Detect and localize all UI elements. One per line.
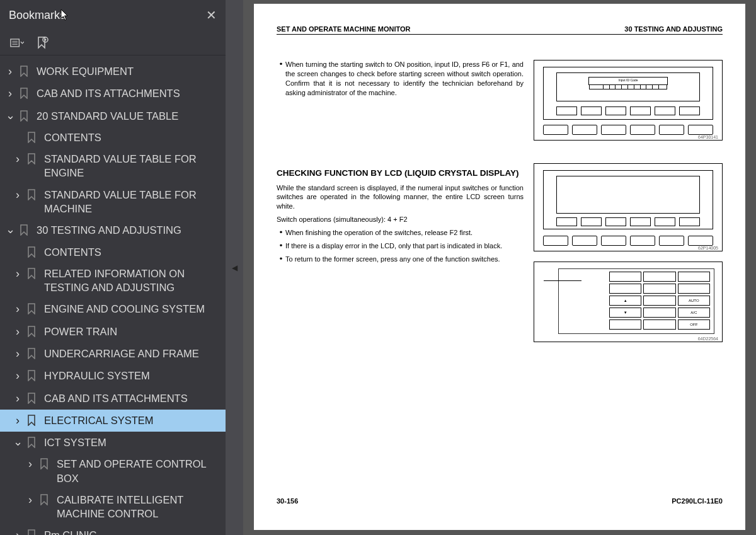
bookmark-icon [26, 529, 38, 535]
bookmark-item[interactable]: ⌄ICT SYSTEM [0, 432, 226, 453]
sidebar-splitter[interactable]: ◀ [226, 0, 243, 535]
close-icon[interactable]: ✕ [206, 8, 217, 23]
bookmark-item[interactable]: ›ENGINE AND COOLING SYSTEM [0, 298, 226, 320]
figure-1: Input ID Code 64P30141 [534, 60, 723, 141]
bookmark-icon [19, 88, 30, 99]
bookmark-item[interactable]: ›Pm CLINIC [0, 524, 226, 535]
bookmark-icon [26, 246, 38, 258]
bookmark-label: CONTENTS [44, 245, 220, 259]
section-heading: CHECKING FUNCTION BY LCD (LIQUID CRYSTAL… [277, 168, 524, 179]
bookmark-item[interactable]: ›STANDARD VALUE TABLE FOR ENGINE [0, 148, 226, 184]
chevron-right-icon[interactable]: › [25, 492, 35, 507]
bookmark-icon [26, 415, 38, 426]
bookmark-label: STANDARD VALUE TABLE FOR ENGINE [44, 152, 220, 180]
chevron-right-icon[interactable]: › [13, 266, 23, 281]
bullet-text: When turning the starting switch to ON p… [285, 60, 524, 97]
bookmark-item[interactable]: ›POWER TRAIN [0, 321, 226, 343]
document-viewport[interactable]: SET AND OPERATE MACHINE MONITOR 30 TESTI… [243, 0, 756, 535]
bookmark-item[interactable]: ›CAB AND ITS ATTACHMENTS [0, 388, 226, 410]
bookmark-icon [26, 393, 38, 404]
bookmark-label: ENGINE AND COOLING SYSTEM [44, 302, 220, 316]
bookmark-current-icon[interactable] [35, 36, 49, 50]
bookmarks-list[interactable]: ›WORK EQUIPMENT›CAB AND ITS ATTACHMENTS⌄… [0, 55, 226, 535]
bookmark-label: CAB AND ITS ATTACHMENTS [37, 86, 220, 100]
chevron-right-icon[interactable]: › [13, 301, 23, 316]
chevron-right-icon[interactable]: › [13, 368, 23, 383]
bookmark-label: SET AND OPERATE CONTROL BOX [57, 457, 220, 485]
bookmark-item[interactable]: ›CAB AND ITS ATTACHMENTS [0, 83, 226, 105]
panel-toolbar [0, 30, 226, 55]
bookmark-icon [26, 189, 38, 200]
pdf-page: SET AND OPERATE MACHINE MONITOR 30 TESTI… [254, 4, 745, 530]
paragraph: Switch operations (simultaneously): 4 + … [277, 215, 524, 224]
panel-title: Bookmarks [9, 9, 66, 22]
bookmark-label: Pm CLINIC [44, 528, 220, 535]
footer-right: PC290LCI-11E0 [672, 497, 723, 505]
page-header: SET AND OPERATE MACHINE MONITOR 30 TESTI… [277, 25, 723, 35]
chevron-down-icon[interactable]: ⌄ [5, 108, 15, 123]
bullet-text: If there is a display error in the LCD, … [285, 241, 524, 251]
chevron-down-icon[interactable]: ⌄ [5, 222, 15, 237]
collapse-icon[interactable]: ◀ [232, 263, 238, 272]
bookmark-label: ICT SYSTEM [44, 435, 220, 449]
text-column: •When turning the starting switch to ON … [277, 60, 524, 352]
bookmark-item[interactable]: ›UNDERCARRIAGE AND FRAME [0, 343, 226, 365]
bookmark-item[interactable]: ›CALIBRATE INTELLIGENT MACHINE CONTROL [0, 489, 226, 525]
svg-point-5 [45, 38, 47, 40]
bookmark-icon [26, 370, 38, 381]
footer-left: 30-156 [277, 497, 298, 505]
options-icon[interactable] [10, 36, 24, 50]
chevron-right-icon[interactable]: › [13, 527, 23, 535]
bookmark-icon [26, 268, 38, 279]
bookmark-label: CAB AND ITS ATTACHMENTS [44, 391, 220, 405]
chevron-right-icon[interactable]: › [13, 151, 23, 166]
bookmark-icon [26, 326, 38, 337]
chevron-right-icon[interactable]: › [5, 86, 15, 101]
figure-label: 62P14005 [698, 246, 718, 250]
bookmark-label: CONTENTS [44, 130, 220, 144]
bookmark-icon [39, 458, 50, 469]
bookmark-item[interactable]: ›RELATED INFORMATION ON TESTING AND ADJU… [0, 263, 226, 299]
panel-header: Bookmarks ✕ [0, 0, 226, 30]
bookmark-label: WORK EQUIPMENT [37, 64, 220, 78]
chevron-right-icon[interactable]: › [25, 456, 35, 471]
bookmark-item[interactable]: ⌄20 STANDARD VALUE TABLE [0, 105, 226, 127]
chevron-right-icon[interactable]: › [13, 324, 23, 339]
figure-2: 62P14005 [534, 163, 723, 251]
bookmark-item[interactable]: ⌄30 TESTING AND ADJUSTING [0, 219, 226, 241]
bookmark-label: 30 TESTING AND ADJUSTING [37, 223, 220, 237]
bookmark-icon [19, 224, 30, 236]
bookmark-label: STANDARD VALUE TABLE FOR MACHINE [44, 188, 220, 216]
bookmark-label: HYDRAULIC SYSTEM [44, 369, 220, 383]
bullet-text: When finishing the operation of the swit… [285, 228, 524, 238]
figure-label: 64D22564 [698, 337, 718, 341]
page-footer: 30-156 PC290LCI-11E0 [277, 497, 723, 505]
bookmark-label: UNDERCARRIAGE AND FRAME [44, 347, 220, 360]
bookmark-item[interactable]: ›SET AND OPERATE CONTROL BOX [0, 453, 226, 489]
bookmark-item[interactable]: CONTENTS [0, 241, 226, 263]
bookmark-item[interactable]: ›STANDARD VALUE TABLE FOR MACHINE [0, 184, 226, 220]
bookmark-label: ELECTRICAL SYSTEM [44, 413, 220, 427]
figure-label: 64P30141 [698, 135, 718, 139]
chevron-right-icon[interactable]: › [5, 64, 15, 79]
bookmark-icon [26, 303, 38, 314]
bookmark-icon [19, 110, 30, 122]
bookmark-label: 20 STANDARD VALUE TABLE [37, 109, 220, 123]
chevron-down-icon[interactable]: ⌄ [13, 434, 23, 449]
header-right: 30 TESTING AND ADJUSTING [624, 25, 723, 33]
bookmark-item[interactable]: ›ELECTRICAL SYSTEM [0, 410, 226, 432]
bookmark-item[interactable]: CONTENTS [0, 127, 226, 148]
bookmark-icon [39, 494, 50, 505]
bookmark-icon [26, 437, 38, 448]
bookmark-label: POWER TRAIN [44, 325, 220, 338]
figure-column: Input ID Code 64P30141 62P14005 [534, 60, 723, 352]
chevron-right-icon[interactable]: › [13, 187, 23, 202]
bookmark-item[interactable]: ›WORK EQUIPMENT [0, 60, 226, 83]
chevron-right-icon[interactable]: › [13, 413, 23, 428]
paragraph: While the standard screen is displayed, … [277, 183, 524, 212]
bookmark-label: CALIBRATE INTELLIGENT MACHINE CONTROL [57, 493, 220, 521]
chevron-right-icon[interactable]: › [13, 391, 23, 406]
chevron-right-icon[interactable]: › [13, 346, 23, 361]
bookmark-item[interactable]: ›HYDRAULIC SYSTEM [0, 365, 226, 387]
bookmark-label: RELATED INFORMATION ON TESTING AND ADJUS… [44, 267, 220, 295]
